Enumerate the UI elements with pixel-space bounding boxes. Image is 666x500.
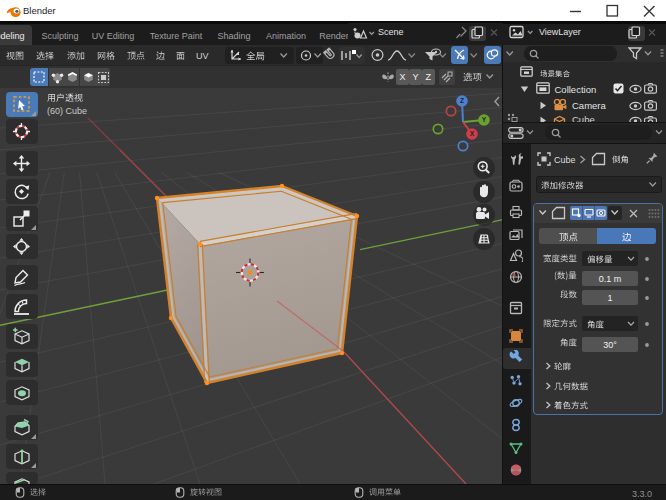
svg-text:Y: Y (482, 116, 487, 123)
svg-text:Z: Z (460, 97, 464, 104)
svg-text:X: X (470, 130, 475, 137)
